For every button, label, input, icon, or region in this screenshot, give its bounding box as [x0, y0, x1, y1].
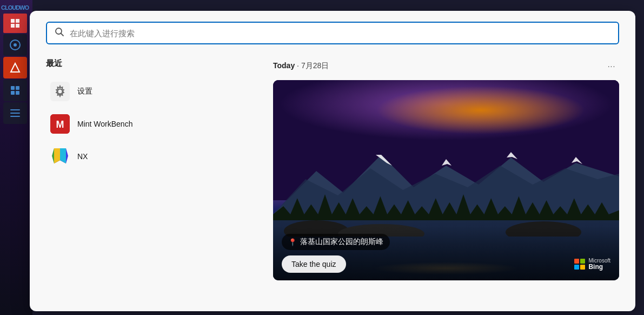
- app2-icon: [9, 39, 21, 51]
- search-container: [30, 11, 635, 53]
- svg-marker-23: [442, 159, 452, 166]
- right-panel: Today · 7月28日 ···: [273, 58, 619, 300]
- app5-icon: [9, 107, 21, 119]
- svg-rect-10: [16, 91, 19, 95]
- taskbar-logo: CLOUDWO: [0, 3, 30, 12]
- ms-bing-text-group: Microsoft Bing: [588, 258, 610, 271]
- action-row: Take the quiz Microsoft Bing: [282, 255, 610, 273]
- bing-image-card: 📍 落基山国家公园的朗斯峰 Take the quiz: [273, 80, 619, 280]
- settings-label: 设置: [77, 87, 92, 96]
- nx-app-icon: [50, 147, 70, 166]
- svg-marker-19: [54, 148, 60, 163]
- taskbar-item-app5[interactable]: [3, 102, 27, 124]
- svg-marker-20: [60, 148, 66, 163]
- image-overlay: 📍 落基山国家公园的朗斯峰 Take the quiz: [273, 226, 619, 280]
- svg-marker-25: [572, 157, 582, 164]
- svg-line-12: [61, 34, 64, 36]
- search-bar[interactable]: [46, 22, 619, 44]
- main-content: 最近 设置 M Mi: [30, 53, 635, 311]
- ms-square-green: [580, 259, 585, 264]
- news-header: Today · 7月28日 ···: [273, 58, 619, 74]
- start-menu: 最近 设置 M Mi: [30, 11, 635, 311]
- left-panel: 最近 设置 M Mi: [46, 58, 251, 300]
- svg-marker-6: [11, 63, 19, 72]
- mint-label: Mint WorkBench: [77, 120, 132, 128]
- svg-rect-9: [11, 91, 15, 95]
- mint-icon: M: [50, 114, 70, 134]
- date-value: 7月28日: [301, 61, 329, 70]
- app3-icon: [9, 62, 21, 74]
- ms-bing-logo: Microsoft Bing: [574, 258, 610, 271]
- svg-rect-2: [11, 24, 15, 28]
- taskbar-item-app3[interactable]: [3, 57, 27, 78]
- recent-item-mint[interactable]: M Mint WorkBench: [46, 109, 251, 139]
- nx-icon: [51, 147, 69, 166]
- taskbar-left: CLOUDWO: [0, 0, 30, 315]
- search-input[interactable]: [70, 29, 610, 38]
- svg-rect-0: [11, 19, 15, 23]
- app4-icon: [9, 84, 21, 96]
- app1-icon: [10, 18, 21, 29]
- location-pin-icon: 📍: [288, 238, 297, 246]
- svg-marker-24: [507, 152, 517, 159]
- recent-item-nx[interactable]: NX: [46, 141, 251, 172]
- taskbar-item-app2[interactable]: [3, 34, 27, 56]
- bing-text: Bing: [588, 264, 610, 271]
- nx-label: NX: [77, 152, 88, 161]
- taskbar-item-app1[interactable]: [3, 14, 27, 33]
- ms-square-yellow: [580, 265, 585, 270]
- svg-text:M: M: [56, 119, 64, 130]
- svg-rect-7: [11, 86, 15, 90]
- recent-section-title: 最近: [46, 58, 251, 69]
- svg-rect-8: [16, 86, 19, 90]
- mint-app-icon: M: [50, 114, 70, 134]
- today-label: Today: [273, 61, 295, 70]
- taskbar-item-app4[interactable]: [3, 80, 27, 101]
- recent-item-settings[interactable]: 设置: [46, 76, 251, 107]
- location-badge: 📍 落基山国家公园的朗斯峰: [282, 234, 390, 250]
- ms-square-blue: [574, 265, 579, 270]
- search-icon: [55, 27, 64, 39]
- svg-point-5: [14, 43, 17, 47]
- more-options-icon: ···: [608, 62, 616, 70]
- microsoft-squares-icon: [574, 259, 585, 270]
- svg-rect-1: [16, 19, 19, 23]
- date-separator: ·: [297, 61, 301, 70]
- ms-square-red: [574, 259, 579, 264]
- take-quiz-button[interactable]: Take the quiz: [282, 255, 346, 273]
- news-date: Today · 7月28日: [273, 61, 329, 71]
- gear-icon: [52, 84, 68, 99]
- svg-rect-3: [16, 24, 19, 28]
- more-options-button[interactable]: ···: [604, 58, 619, 74]
- location-label: 落基山国家公园的朗斯峰: [300, 237, 383, 247]
- settings-app-icon: [50, 82, 70, 101]
